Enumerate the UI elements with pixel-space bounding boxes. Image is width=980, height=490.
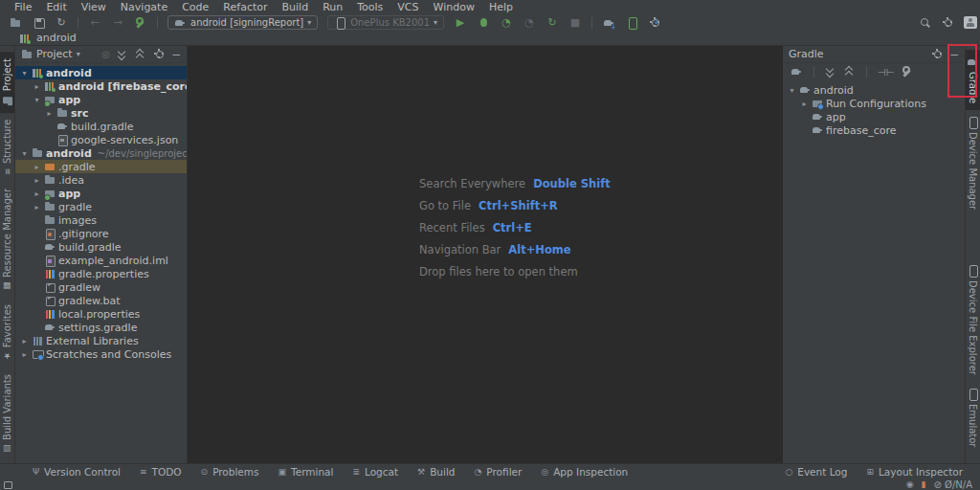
chevron-expanded-icon[interactable]: ▾ (787, 86, 797, 95)
menu-build[interactable]: Build (276, 0, 316, 14)
project-row-example-android-iml[interactable]: example_android.iml (15, 254, 187, 267)
tool-window-button-app-inspection[interactable]: ◎App Inspection (533, 464, 635, 479)
chevron-expanded-icon[interactable]: ▾ (19, 69, 30, 78)
tool-window-tab-resource-manager[interactable]: ▦Resource Manager (1, 182, 13, 298)
save-all-button[interactable] (29, 15, 48, 31)
expand-all-icon[interactable] (117, 49, 128, 60)
project-structure-button[interactable] (131, 15, 150, 31)
sdk-manager-button[interactable] (645, 15, 664, 31)
menu-view[interactable]: View (75, 0, 113, 14)
project-row-build-gradle[interactable]: build.gradle (15, 240, 187, 254)
tool-window-tab-emulator[interactable]: Emulator (966, 382, 980, 454)
forward-button[interactable]: → (108, 15, 127, 31)
chevron-collapsed-icon[interactable]: ▸ (32, 189, 42, 198)
menu-edit[interactable]: Edit (39, 0, 73, 14)
device-manager-button[interactable] (622, 15, 641, 31)
project-row-gradlew-bat[interactable]: gradlew.bat (15, 294, 187, 307)
gradle-settings-icon[interactable] (902, 66, 914, 78)
profile-button[interactable]: ◔ (497, 15, 516, 31)
apply-changes-button[interactable]: ↻ (543, 15, 562, 31)
tool-window-tab-gradle[interactable]: Gradle (966, 50, 980, 110)
search-everywhere-button[interactable] (915, 15, 934, 31)
hide-gradle-panel-button[interactable]: − (949, 50, 959, 59)
gradle-row-run-configurations[interactable]: ▸Run Configurations (783, 97, 965, 110)
menu-code[interactable]: Code (175, 0, 215, 14)
project-row-gradle-properties[interactable]: gradle.properties (15, 267, 187, 280)
project-row-src[interactable]: ▸src (15, 106, 187, 120)
project-row-build-gradle[interactable]: build.gradle (15, 120, 187, 133)
chevron-collapsed-icon[interactable]: ▸ (32, 176, 42, 185)
eye-icon[interactable]: ◉ (906, 479, 914, 490)
collapse-all-icon[interactable] (844, 66, 856, 78)
tool-window-switcher-icon[interactable] (4, 481, 12, 489)
chevron-expanded-icon[interactable]: ▾ (19, 149, 30, 158)
refresh-gradle-icon[interactable] (791, 66, 803, 78)
project-row-gradlew[interactable]: gradlew (15, 280, 187, 294)
tool-window-button-profiler[interactable]: ◔Profiler (467, 464, 530, 479)
project-row-google-services-json[interactable]: google-services.json (15, 133, 187, 146)
device-select[interactable]: OnePlus KB2001 ▾ (327, 15, 444, 30)
project-row-gradle[interactable]: ▸gradle (15, 200, 187, 213)
tool-window-button-version-control[interactable]: ΨVersion Control (25, 464, 128, 479)
menu-tools[interactable]: Tools (350, 0, 390, 14)
tool-window-button-layout-inspector[interactable]: ⊞Layout Inspector (858, 464, 970, 479)
chevron-collapsed-icon[interactable]: ▸ (19, 337, 30, 345)
profile-avatar-button[interactable] (961, 15, 980, 31)
project-row-images[interactable]: images (15, 213, 187, 227)
collapse-all-icon[interactable] (135, 49, 146, 60)
reader-mode-icon[interactable]: ▮ (922, 479, 926, 490)
gear-icon[interactable] (931, 49, 943, 60)
tool-window-tab-device-file-explorer[interactable]: Device File Explorer (966, 258, 980, 382)
tool-window-button-event-log[interactable]: ○Event Log (777, 464, 855, 479)
expand-all-icon[interactable] (825, 66, 836, 78)
attach-debugger-button[interactable]: ◔ (520, 15, 539, 31)
menu-navigate[interactable]: Navigate (114, 0, 174, 14)
chevron-expanded-icon[interactable]: ▾ (32, 96, 42, 104)
tool-window-button-problems[interactable]: ⊙Problems (193, 464, 267, 479)
run-configuration-select[interactable]: android [signingReport] ▾ (167, 15, 318, 30)
gradle-row-android[interactable]: ▾android (783, 83, 965, 97)
project-row-scratches-and-consoles[interactable]: ▸Scratches and Consoles (15, 347, 187, 361)
tool-window-tab-favorites[interactable]: ★Favorites (1, 298, 13, 368)
chevron-collapsed-icon[interactable]: ▸ (44, 109, 55, 118)
gear-icon[interactable] (153, 49, 165, 60)
menu-run[interactable]: Run (316, 0, 349, 14)
chevron-collapsed-icon[interactable]: ▸ (19, 350, 30, 359)
sync-gradle-button[interactable] (599, 15, 618, 31)
offline-mode-icon[interactable]: ⊣⊢ (878, 67, 894, 78)
project-row--idea[interactable]: ▸.idea (15, 173, 187, 187)
tool-window-button-logcat[interactable]: ≣Logcat (345, 464, 406, 479)
debug-button[interactable] (474, 15, 493, 31)
chevron-collapsed-icon[interactable]: ▸ (799, 100, 810, 108)
project-row-android[interactable]: ▾android (15, 66, 187, 79)
chevron-collapsed-icon[interactable]: ▸ (32, 82, 42, 91)
project-row-local-properties[interactable]: local.properties (15, 307, 187, 321)
editor-area[interactable]: Search EverywhereDouble ShiftGo to FileC… (189, 47, 783, 463)
project-row-android-firebase-core-[interactable]: ▸android [firebase_core] (15, 79, 187, 93)
tool-window-tab-device-manager[interactable]: Device Manager (966, 110, 980, 216)
tool-window-tab-structure[interactable]: ≡Structure (1, 113, 13, 182)
open-project-button[interactable] (6, 15, 25, 31)
project-row-app[interactable]: ▾app (15, 93, 187, 106)
tool-window-button-build[interactable]: ⚒Build (410, 464, 462, 479)
synchronize-button[interactable]: ↻ (52, 15, 71, 31)
locate-file-icon[interactable]: ◎ (101, 49, 110, 59)
gradle-row-app[interactable]: app (783, 110, 965, 123)
menu-window[interactable]: Window (427, 0, 481, 14)
tool-window-button-terminal[interactable]: ▣Terminal (271, 464, 342, 479)
project-panel-title[interactable]: Project (36, 48, 73, 60)
chevron-collapsed-icon[interactable]: ▸ (32, 203, 42, 212)
menu-vcs[interactable]: VCS (390, 0, 425, 14)
gradle-row-firebase-core[interactable]: firebase_core (783, 123, 965, 137)
project-row-android[interactable]: ▾android~/dev/singleproject/examp (15, 146, 187, 160)
back-button[interactable]: ← (85, 15, 104, 31)
project-row--gradle[interactable]: ▸.gradle (15, 160, 187, 173)
project-row-app[interactable]: ▸app (15, 187, 187, 200)
breadcrumb[interactable]: android (36, 32, 77, 44)
settings-button[interactable] (938, 15, 957, 31)
run-button[interactable]: ▶ (451, 15, 470, 31)
stop-button[interactable]: ■ (566, 15, 585, 31)
chevron-down-icon[interactable]: ▾ (77, 50, 80, 58)
menu-file[interactable]: File (8, 0, 38, 14)
tool-window-tab-build-variants[interactable]: ▥Build Variants (1, 368, 13, 460)
